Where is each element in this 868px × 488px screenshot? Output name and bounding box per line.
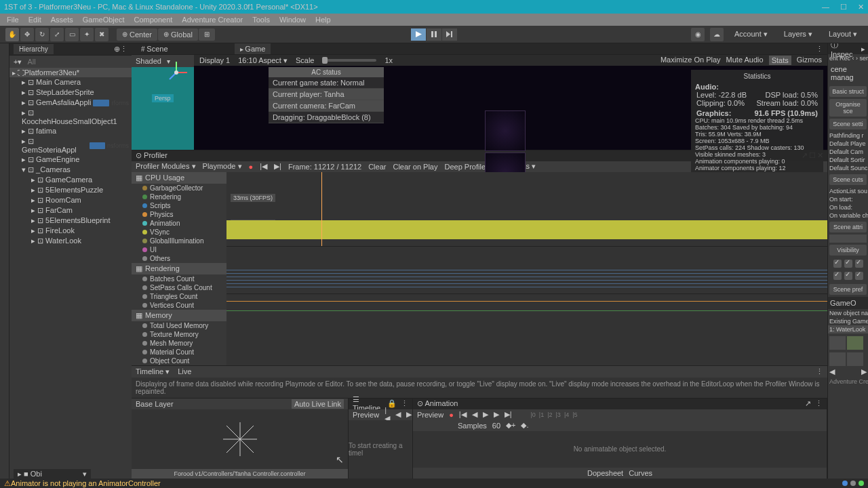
hierarchy-item[interactable]: ▸ ⊡ FarCam: [9, 205, 132, 216]
hierarchy-plus-icon[interactable]: ⊕: [114, 45, 120, 54]
play-button[interactable]: [411, 28, 426, 41]
menu-edit[interactable]: Edit: [28, 16, 41, 24]
profiler-next-icon[interactable]: ▶|: [274, 162, 281, 171]
rect-tool[interactable]: ▭: [65, 28, 79, 41]
profiler-render-item[interactable]: Batches Count: [132, 274, 226, 283]
global-toggle[interactable]: ⊕ Global: [158, 28, 198, 41]
visibility-check-4[interactable]: [833, 272, 842, 280]
prefab-next-icon[interactable]: ▶: [861, 367, 867, 376]
profiler-memory-item[interactable]: Object Count: [132, 357, 226, 365]
custom-tool[interactable]: ✖: [95, 28, 108, 41]
animation-popout-icon[interactable]: ↗: [805, 399, 811, 408]
curves-tab[interactable]: Curves: [629, 469, 652, 477]
scene-settings-button[interactable]: Scene setti: [829, 119, 867, 129]
prefab-thumb-4[interactable]: [847, 352, 863, 366]
status-warning[interactable]: Animator is not playing an AnimatorContr…: [11, 479, 161, 487]
hierarchy-search[interactable]: All: [27, 58, 35, 66]
transform-tool[interactable]: ✦: [80, 28, 94, 41]
anim-last-icon[interactable]: ▶|: [505, 410, 512, 419]
project-obi-folder[interactable]: ▸ ■ Obi: [18, 470, 42, 479]
pivot-toggle[interactable]: ⊕ Center: [117, 28, 157, 41]
add-event-icon[interactable]: ◆.: [521, 421, 528, 430]
waterlook-item[interactable]: 1: WaterLook: [828, 325, 868, 333]
profiler-cpu-item[interactable]: GarbageCollector: [132, 184, 226, 192]
profiler-tab[interactable]: ⊙ Profiler: [136, 151, 167, 160]
prefab-thumb-3[interactable]: [829, 352, 846, 366]
profiler-record-icon[interactable]: ●: [249, 163, 254, 171]
layers-dropdown[interactable]: Layers ▾: [778, 28, 818, 40]
maximize-button[interactable]: ☐: [840, 3, 847, 12]
basic-structure-button[interactable]: Basic struct: [829, 86, 867, 97]
hierarchy-item[interactable]: ▸ ⊡ fatima: [9, 126, 132, 136]
profiler-live-toggle[interactable]: Live: [178, 367, 191, 375]
hierarchy-item[interactable]: ▸ ⊡ GemSoteriaApplnsforms: [9, 136, 132, 155]
visibility-check-5[interactable]: [844, 272, 852, 280]
profiler-render-item[interactable]: Vertices Count: [132, 301, 226, 310]
scene-cuts-button[interactable]: Scene cuts: [829, 174, 867, 185]
anim-prev-icon[interactable]: ◀: [472, 410, 477, 419]
profiler-deep[interactable]: Deep Profile: [445, 163, 486, 171]
timeline-play-icon[interactable]: ▶: [406, 410, 412, 419]
cpu-module-header[interactable]: ▦ CPU Usage: [132, 172, 226, 184]
prefab-thumb-1[interactable]: [829, 336, 846, 350]
profiler-clear[interactable]: Clear: [368, 163, 386, 171]
hierarchy-item[interactable]: ▸ ⊡ 5ElementsPuzzle: [9, 185, 132, 195]
timeline-preview[interactable]: Preview: [353, 411, 379, 419]
animation-tab[interactable]: ⊙ Animation: [417, 399, 458, 408]
profiler-target-dropdown[interactable]: Playmode ▾: [203, 162, 242, 171]
profiler-cpu-item[interactable]: UI: [132, 245, 226, 254]
animation-preview[interactable]: Preview: [417, 411, 443, 419]
profiler-timeline-dropdown[interactable]: Timeline ▾: [136, 367, 170, 376]
profiler-modules-dropdown[interactable]: Profiler Modules ▾: [136, 162, 196, 171]
scene-attributes-button[interactable]: Scene attri: [829, 222, 867, 232]
scale-slider[interactable]: [322, 59, 376, 62]
mute-toggle[interactable]: Mute Audio: [726, 56, 764, 65]
hierarchy-item[interactable]: ▸ ⊡ WaterLook: [9, 236, 132, 246]
collab-icon[interactable]: ◉: [691, 28, 705, 41]
hierarchy-create-icon[interactable]: +▾: [14, 58, 22, 66]
scale-tool[interactable]: ⤢: [50, 28, 64, 41]
profiler-memory-item[interactable]: Texture Memory: [132, 330, 226, 339]
menu-gameobject[interactable]: GameObject: [83, 16, 125, 24]
hierarchy-item[interactable]: ▸ ⊡ GameCamera: [9, 175, 132, 185]
dopesheet-tab[interactable]: Dopesheet: [587, 469, 623, 477]
hierarchy-item[interactable]: ▸ ⊡ 5ElementsBlueprint: [9, 216, 132, 226]
hand-tool[interactable]: ✋: [5, 28, 19, 41]
profiler-cpu-item[interactable]: Scripts: [132, 201, 226, 210]
profiler-cpu-item[interactable]: Rendering: [132, 192, 226, 201]
maximize-toggle[interactable]: Maximize On Play: [660, 56, 721, 65]
cloud-icon[interactable]: ☁: [710, 28, 724, 41]
prefab-prev-icon[interactable]: ◀: [829, 367, 835, 376]
hierarchy-scene-root[interactable]: ▸ ⛶ Platformer3Neu*: [9, 68, 132, 77]
project-slider[interactable]: ▾: [83, 470, 87, 479]
menu-component[interactable]: Component: [134, 16, 172, 24]
status-dot-2[interactable]: [850, 481, 856, 486]
profiler-cpu-item[interactable]: GlobalIllumination: [132, 237, 226, 245]
game-view[interactable]: Display 1 16:10 Aspect ▾ Scale 1x Maximi…: [194, 55, 827, 150]
hierarchy-item[interactable]: ▸ ⊡ GemAsfaliaApplirforms: [9, 98, 132, 108]
shading-dropdown[interactable]: Shaded: [136, 57, 161, 65]
hierarchy-item[interactable]: ▸ ⊡ KoochehHouseSmallObject1: [9, 108, 132, 126]
game-tab-menu-icon[interactable]: ⋮: [816, 45, 823, 54]
profiler-prev-icon[interactable]: |◀: [260, 162, 267, 171]
timeline-menu-icon[interactable]: ⋮: [401, 399, 408, 408]
status-dot-1[interactable]: [842, 481, 848, 486]
snap-toggle[interactable]: ⊞: [199, 28, 215, 41]
layout-dropdown[interactable]: Layout ▾: [823, 28, 863, 40]
animation-menu-icon[interactable]: ⋮: [815, 399, 823, 408]
hierarchy-item[interactable]: ▸ ⊡ StepLadderSprite: [9, 87, 132, 98]
profiler-cpu-item[interactable]: Animation: [132, 219, 226, 228]
rotate-tool[interactable]: ↻: [35, 28, 49, 41]
samples-value[interactable]: 60: [492, 422, 500, 430]
menu-window[interactable]: Window: [279, 16, 306, 24]
hierarchy-item[interactable]: ▸ ⊡ RoomCam: [9, 195, 132, 205]
account-dropdown[interactable]: Account ▾: [729, 28, 773, 40]
pause-button[interactable]: [427, 28, 441, 41]
move-tool[interactable]: ✥: [20, 28, 34, 41]
menu-tools[interactable]: Tools: [252, 16, 270, 24]
display-dropdown[interactable]: Display 1: [199, 56, 230, 64]
anim-play-icon[interactable]: ▶: [483, 410, 488, 419]
scene-prefabs-button[interactable]: Scene pref: [829, 284, 867, 295]
hierarchy-item[interactable]: ▾ ⊡ _Cameras: [9, 165, 132, 175]
hierarchy-tab[interactable]: Hierarchy: [14, 44, 54, 54]
